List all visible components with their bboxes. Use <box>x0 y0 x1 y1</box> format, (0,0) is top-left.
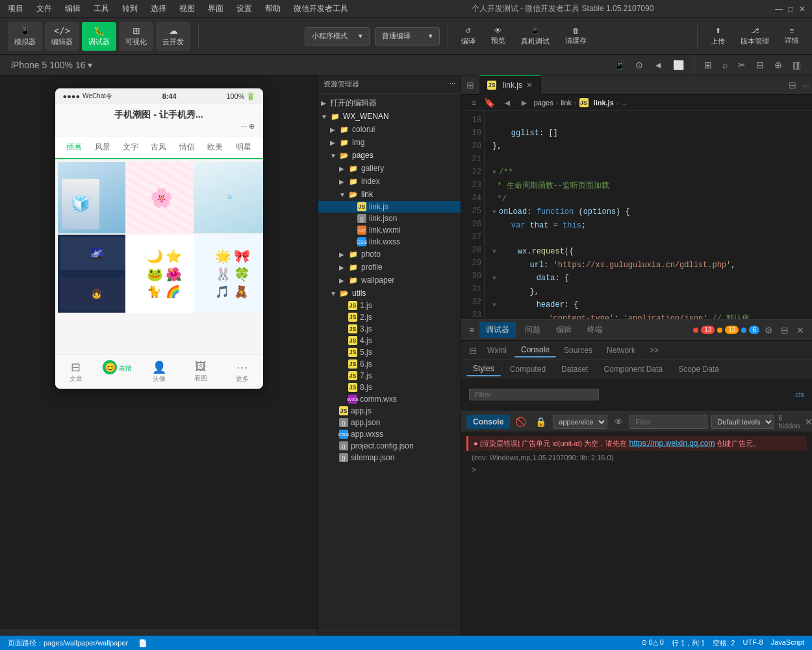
image-cell-2[interactable]: 🌸 <box>125 162 197 233</box>
preview-button[interactable]: 👁 预览 <box>486 24 511 48</box>
devtools-menu-icon[interactable]: ≡ <box>466 324 477 337</box>
console-close-icon[interactable]: ✕ <box>802 415 812 428</box>
close-button[interactable]: ✕ <box>798 5 807 14</box>
devtools-tab-terminal[interactable]: 终端 <box>581 322 609 338</box>
cloud-button[interactable]: ☁ 云开发 <box>156 22 190 51</box>
preserve-log-icon[interactable]: 🔒 <box>533 415 549 428</box>
tab-ancient[interactable]: 古风 <box>145 136 173 158</box>
editor-button[interactable]: </> 编辑器 <box>45 22 79 51</box>
compiler-dropdown[interactable]: 普通编译 ▾ <box>375 27 440 46</box>
section-wx-wenan[interactable]: ▼ 📁 WX_WENAN <box>318 110 461 123</box>
split-editor-button[interactable]: ⊞ <box>464 79 477 92</box>
search-pages-button[interactable]: ⌕ <box>719 58 731 72</box>
tree-app-json[interactable]: ▶ {} app.json <box>318 417 461 428</box>
split-panels-button[interactable]: ⊟ <box>786 79 799 92</box>
tab-western[interactable]: 欧美 <box>201 136 229 158</box>
menu-wechat-devtools[interactable]: 微信开发者工具 <box>291 2 351 16</box>
breadcrumb-link[interactable]: link <box>561 99 572 107</box>
tree-index[interactable]: ▶ 📁 index <box>318 175 461 188</box>
tree-6js[interactable]: ▶ JS 6.js <box>318 358 461 370</box>
tree-7js[interactable]: ▶ JS 7.js <box>318 370 461 382</box>
cut-button[interactable]: ✂ <box>735 58 749 72</box>
sub-tab-wxml[interactable]: Wxml <box>481 344 513 357</box>
tree-project-config[interactable]: ▶ {} project.config.json <box>318 440 461 452</box>
maximize-button[interactable]: □ <box>786 5 795 14</box>
grid-button[interactable]: ⊟ <box>753 58 767 72</box>
sub-tabs-menu-icon[interactable]: ⊟ <box>466 344 479 357</box>
style-filter-input[interactable] <box>469 389 599 400</box>
tree-comm-wxs[interactable]: ▶ WXS comm.wxs <box>318 393 461 405</box>
rotate-button[interactable]: 📱 <box>611 58 628 72</box>
tree-2js[interactable]: ▶ JS 2.js <box>318 311 461 323</box>
tab-close-button[interactable]: ✕ <box>526 81 533 90</box>
simulator-button[interactable]: 📱 模拟器 <box>8 22 42 51</box>
tab-text[interactable]: 文字 <box>116 136 144 158</box>
nav-avatar[interactable]: 👤 头像 <box>138 358 180 386</box>
tree-app-js[interactable]: ▶ JS app.js <box>318 405 461 417</box>
console-prompt[interactable]: > <box>466 463 807 477</box>
style-tab-styles[interactable]: Styles <box>466 362 501 376</box>
version-button[interactable]: ⎇ 版本管理 <box>735 24 774 49</box>
breadcrumb-pages[interactable]: pages <box>534 99 553 107</box>
tree-sitemap-json[interactable]: ▶ {} sitemap.json <box>318 452 461 463</box>
image-cell-5[interactable]: 🌙 ⭐ 🐸 🌺 🐈 🌈 <box>125 235 203 313</box>
sub-tabs-more[interactable]: >> <box>643 344 665 357</box>
code-content[interactable]: gglist: [] }, ▼/** * 生命周期函数--监听页面加载 */ ▼… <box>485 111 812 319</box>
menu-settings[interactable]: 设置 <box>234 2 255 16</box>
tree-link-wxml[interactable]: ▶ </> link.wxml <box>318 224 461 236</box>
tab-celebrity[interactable]: 明星 <box>229 136 257 158</box>
sub-tab-network[interactable]: Network <box>600 344 642 357</box>
tree-wallpaper[interactable]: ▶ 📁 wallpaper <box>318 274 461 287</box>
nav-gallery[interactable]: 🖼 看图 <box>180 358 222 386</box>
nav-article[interactable]: ⊟ 文章 <box>55 358 97 386</box>
options-button[interactable]: ⊕ <box>771 58 785 72</box>
details-button[interactable]: ≡ 详情 <box>780 24 804 48</box>
tree-img[interactable]: ▶ 📁 img <box>318 136 461 149</box>
section-opened-editors[interactable]: ▶ 打开的编辑器 <box>318 96 461 110</box>
breadcrumb-ellipsis[interactable]: ... <box>621 99 627 107</box>
tree-8js[interactable]: ▶ JS 8.js <box>318 382 461 393</box>
editor-tab-link-js[interactable]: JS link.js ✕ <box>479 75 541 95</box>
tree-4js[interactable]: ▶ JS 4.js <box>318 335 461 346</box>
home-button[interactable]: ⬜ <box>670 58 687 72</box>
tree-app-wxss[interactable]: ▶ CSS app.wxss <box>318 428 461 440</box>
eye-console-icon[interactable]: 👁 <box>611 415 626 428</box>
tree-link-json[interactable]: ▶ {} link.json <box>318 213 461 224</box>
tree-pages[interactable]: ▼ 📂 pages <box>318 149 461 162</box>
menu-interface[interactable]: 界面 <box>205 2 226 16</box>
menu-file[interactable]: 文件 <box>34 2 55 16</box>
menu-goto[interactable]: 转到 <box>120 2 140 16</box>
image-cell-6[interactable]: 🌟 🎀 🐰 🍀 🎵 🧸 <box>194 235 263 313</box>
tree-1js[interactable]: ▶ JS 1.js <box>318 300 461 311</box>
tree-gallery[interactable]: ▶ 📁 gallery <box>318 162 461 175</box>
devtools-tab-issues[interactable]: 问题 <box>518 322 547 338</box>
tab-couple[interactable]: 情侣 <box>173 136 201 158</box>
devtools-tab-edit[interactable]: 编辑 <box>550 322 578 338</box>
style-tab-component-data[interactable]: Component Data <box>597 363 669 376</box>
bookmark-icon[interactable]: 🔖 <box>481 96 498 109</box>
tree-colorui[interactable]: ▶ 📁 colorui <box>318 123 461 136</box>
devtools-settings-icon[interactable]: ⚙ <box>762 324 776 337</box>
tab-scenery[interactable]: 风景 <box>88 136 116 158</box>
back-button[interactable]: ◄ <box>650 58 666 72</box>
nav-emoji[interactable]: 😊 表情 <box>97 358 138 386</box>
screenshot-button[interactable]: ⊙ <box>632 58 646 72</box>
error-link[interactable]: https://mp.weixin.qq.com <box>629 439 715 448</box>
sub-tab-console[interactable]: Console <box>514 343 556 358</box>
menu-tools[interactable]: 工具 <box>91 2 112 16</box>
upload-button[interactable]: ⬆ 上传 <box>705 24 730 49</box>
style-tab-computed[interactable]: Computed <box>503 363 552 376</box>
image-cell-4[interactable]: 🌌 👧 <box>58 235 136 313</box>
tab-illustration[interactable]: 插画 <box>60 136 88 159</box>
menu-view[interactable]: 视图 <box>177 2 197 16</box>
service-select[interactable]: appservice <box>553 415 607 429</box>
tree-link-wxss[interactable]: ▶ CSS link.wxss <box>318 236 461 248</box>
minimize-button[interactable]: — <box>774 5 783 14</box>
tree-3js[interactable]: ▶ JS 3.js <box>318 323 461 335</box>
console-filter-input[interactable] <box>629 415 707 429</box>
devtools-split-icon[interactable]: ⊟ <box>778 324 791 337</box>
clear-cache-button[interactable]: 🗑 清缓存 <box>560 24 592 48</box>
image-cell-3[interactable]: 🎐 <box>194 162 263 233</box>
hamburger-icon[interactable]: ≡ <box>469 97 479 109</box>
log-level-select[interactable]: Default levels <box>711 415 774 429</box>
